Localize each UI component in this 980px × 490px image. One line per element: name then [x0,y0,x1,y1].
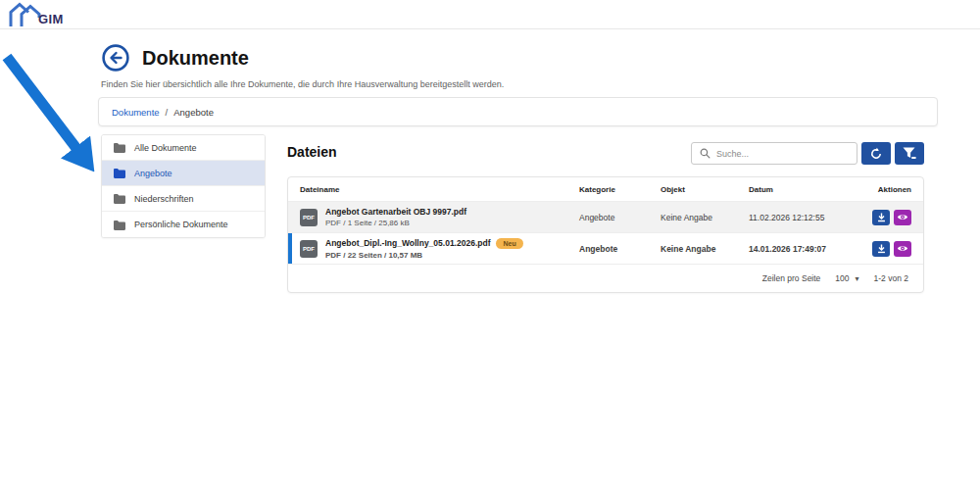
files-table: Dateiname Kategorie Objekt Datum Aktione… [287,176,924,293]
filter-button[interactable] [895,142,924,165]
cell-kategorie: Angebote [579,213,661,222]
file-meta: PDF / 1 Seite / 25,86 kB [325,219,466,227]
cell-objekt: Keine Angabe [661,244,749,254]
file-cell: PDF Angebot Gartenarbeit OBJ 9997.pdf PD… [300,207,579,227]
cell-kategorie: Angebote [579,244,661,254]
sidebar-item-label: Angebote [134,169,172,178]
back-arrow-icon [101,43,130,73]
breadcrumb-link-dokumente[interactable]: Dokumente [112,107,160,118]
rows-per-page-label: Zeilen pro Seite [762,273,821,283]
cell-objekt: Keine Angabe [661,213,749,222]
column-header-kategorie: Kategorie [579,185,661,194]
table-row[interactable]: PDF Angebot_Dipl.-Ing_Wollny_05.01.2026.… [288,233,923,265]
page-subtitle: Finden Sie hier übersichtlich alle Ihre … [101,79,504,89]
pdf-file-icon: PDF [300,209,318,226]
breadcrumb: Dokumente / Angebote [98,97,938,126]
filter-icon [903,147,916,160]
column-header-dateiname: Dateiname [300,185,579,194]
page-size-value: 100 [835,273,849,283]
column-header-datum: Datum [749,185,855,194]
table-pagination: Zeilen pro Seite 100 ▾ 1-2 von 2 [288,265,923,292]
file-name: Angebot_Dipl.-Ing_Wollny_05.01.2026.pdf [325,238,490,248]
download-button[interactable] [872,210,890,225]
sidebar-item-label: Persönliche Dokumente [134,220,228,229]
eye-icon [897,213,908,221]
folder-icon [113,142,125,153]
column-header-objekt: Objekt [661,185,749,194]
app-logo[interactable]: GIM [8,1,64,27]
file-cell: PDF Angebot_Dipl.-Ing_Wollny_05.01.2026.… [300,238,579,260]
view-button[interactable] [894,241,911,257]
file-meta: PDF / 22 Seiten / 10,57 MB [325,251,523,260]
download-button[interactable] [872,241,890,257]
table-row[interactable]: PDF Angebot Gartenarbeit OBJ 9997.pdf PD… [288,202,923,233]
pdf-file-icon: PDF [300,240,318,258]
sidebar-item-persoenliche-dokumente[interactable]: Persönliche Dokumente [102,212,265,237]
sidebar-item-niederschriften[interactable]: Niederschriften [102,186,265,212]
breadcrumb-current: Angebote [173,107,214,118]
refresh-button[interactable] [861,142,891,165]
section-title: Dateien [287,144,337,160]
file-name: Angebot Gartenarbeit OBJ 9997.pdf [325,207,466,217]
folder-icon [113,168,125,178]
sidebar-item-alle-dokumente[interactable]: Alle Dokumente [102,135,265,161]
table-header-row: Dateiname Kategorie Objekt Datum Aktione… [288,177,923,202]
refresh-icon [869,147,883,161]
view-button[interactable] [894,210,911,225]
logo-text: GIM [38,12,64,26]
pagination-range: 1-2 von 2 [874,273,908,283]
folder-icon [113,220,125,230]
folder-icon [113,193,125,204]
download-icon [876,212,887,222]
top-bar: GIM [0,0,980,29]
column-header-aktionen: Aktionen [855,185,911,194]
new-badge: Neu [496,238,522,249]
page-size-select[interactable]: 100 ▾ [835,273,858,283]
page-header: Dokumente [101,43,249,73]
sidebar-item-label: Alle Dokumente [134,143,197,153]
breadcrumb-separator: / [166,107,169,118]
search-icon [700,148,710,159]
page-title: Dokumente [142,47,249,70]
folder-sidebar: Alle Dokumente Angebote Niederschriften … [101,134,266,238]
row-actions [855,241,911,257]
back-button[interactable] [101,43,130,73]
chevron-down-icon: ▾ [856,274,859,283]
search-input[interactable] [716,149,849,159]
annotation-arrow [0,49,113,196]
download-icon [876,243,887,254]
sidebar-item-angebote[interactable]: Angebote [102,161,265,186]
eye-icon [897,244,908,253]
cell-datum: 11.02.2026 12:12:55 [749,213,855,222]
row-actions [855,210,911,225]
cell-datum: 14.01.2026 17:49:07 [749,244,855,254]
sidebar-item-label: Niederschriften [134,194,194,204]
search-box [691,142,858,165]
